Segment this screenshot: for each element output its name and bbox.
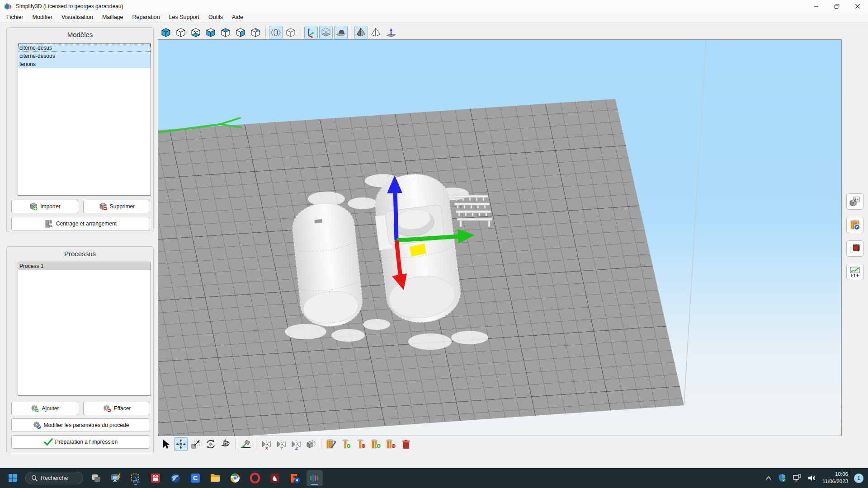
view-left-cube-icon [205,27,216,38]
remove-model-button[interactable]: Supprimer [83,200,150,213]
edit-process-settings-button[interactable]: Modifier les paramètres du procédé [11,418,150,432]
move-tool-icon [175,439,186,450]
axes-toggle-button[interactable] [304,26,318,39]
scale-tool-button[interactable] [189,437,203,451]
generate-supports-button[interactable] [325,437,338,451]
model-properties-button[interactable] [846,193,863,210]
toolbar-separator [256,438,256,450]
add-support-group-button[interactable] [369,437,383,451]
mirror-x-button[interactable]: X [259,437,273,451]
build-volume-toggle-button[interactable] [319,26,333,39]
z-arrow-plate-button[interactable] [384,26,398,39]
taskbar-search[interactable]: Recherche [25,472,83,484]
delete-all-supports-button[interactable] [399,437,413,451]
lay-flat-button[interactable] [239,437,253,451]
solid-render-button[interactable] [354,26,368,39]
menu-aide[interactable]: Aide [227,13,248,22]
minimize-button[interactable] [806,0,826,12]
taskbar-app-snipping[interactable] [127,470,144,486]
import-button[interactable]: Importer [11,200,78,213]
tuning-graph-button[interactable] [846,264,863,280]
remove-support-group-button[interactable] [384,437,398,451]
rotate-tool-button[interactable] [204,437,217,451]
view-bottom-cube-button[interactable] [189,26,203,39]
taskbar-app-freecad[interactable] [287,470,303,486]
models-list[interactable]: citerne-desus citerne-desous tenons [18,43,151,196]
process-list-item[interactable]: Process 1 [18,262,151,270]
bed-model-icon [335,27,346,38]
speaker-icon[interactable] [807,474,816,483]
menu-fichier[interactable]: Fichier [2,13,28,22]
menu-reparation[interactable]: Réparation [128,13,165,22]
free-rotate-icon [220,439,231,450]
menu-visualisation[interactable]: Visualisation [57,13,98,22]
remove-button-label: Supprimer [110,203,135,210]
model-list-item[interactable]: citerne-desous [18,52,151,60]
taskbar-app-explorer[interactable] [207,470,223,486]
svg-text:X: X [265,446,268,450]
start-button[interactable] [5,470,21,486]
taskbar-app-opera[interactable] [247,470,263,486]
edit-supports-button[interactable] [846,217,863,233]
menu-modifier[interactable]: Modifier [28,13,57,22]
security-shield-icon[interactable] [778,474,787,483]
viewport-3d[interactable] [158,39,842,436]
prepare-print-button[interactable]: Préparation à l'impression [11,435,150,449]
taskbar-app-pc-install[interactable] [108,470,124,486]
mirror-z-button[interactable]: Z [289,437,303,451]
model-list-item[interactable]: citerne-desus [18,44,151,52]
taskbar-app-c[interactable]: C [187,470,203,486]
view-back-cube-button[interactable] [249,26,262,39]
gear-edit-icon [33,421,42,430]
taskbar-app-simplify3d[interactable] [307,470,323,486]
view-bottom-cube-icon [190,27,201,38]
tray-chevron-icon[interactable] [765,476,772,480]
taskbar-app-stack-windows[interactable] [88,470,104,486]
view-default-cube-button[interactable] [159,26,173,39]
view-toolbar [159,25,398,40]
menu-outils[interactable]: Outils [204,13,227,22]
model-citerne-desous[interactable] [290,201,365,329]
checkmark-icon [44,437,53,446]
view-left-cube-button[interactable] [204,26,217,39]
taskbar-app-video-downloader[interactable] [147,470,164,486]
opera-icon [250,473,260,483]
menu-maillage[interactable]: Maillage [98,13,128,22]
view-top-cube-button[interactable] [219,26,232,39]
add-support-button[interactable] [340,437,353,451]
wireframe-toggle-button[interactable] [284,26,297,39]
cross-section-tool-button[interactable] [846,240,863,257]
cross-section-icon [270,27,281,38]
notification-count-badge[interactable]: 1 [854,474,863,483]
duplicate-model-button[interactable] [304,437,318,451]
build-volume-icon [321,27,331,38]
taskbar-app-chrome[interactable] [227,470,243,486]
menu-les-support[interactable]: Les Support [165,13,204,22]
remove-support-button[interactable] [354,437,368,451]
cube-minus-icon [99,202,108,211]
restore-button[interactable] [826,0,847,12]
taskbar-clock[interactable]: 10:06 11/06/2023 [822,471,848,485]
toolbar-separator [265,27,266,38]
network-display-icon[interactable] [793,474,802,483]
taskbar-app-thunderbird[interactable] [167,470,184,486]
toolbar-separator [301,27,301,38]
view-right-cube-button[interactable] [234,26,247,39]
add-process-button[interactable]: Ajouter [11,402,78,415]
center-arrange-button[interactable]: Centrage et arrangement [11,217,150,230]
close-button[interactable] [847,0,868,12]
free-rotate-button[interactable] [219,437,232,451]
clear-process-button[interactable]: Effacer [83,402,150,415]
cross-section-button[interactable] [269,26,283,39]
model-list-item[interactable]: tenons [18,60,151,68]
move-tool-button[interactable] [174,437,188,451]
model-tenons[interactable] [453,195,492,227]
view-front-cube-button[interactable] [174,26,188,39]
select-cursor-button[interactable] [159,437,173,451]
3d-scene[interactable] [158,40,842,436]
outline-render-button[interactable] [369,26,383,39]
mirror-y-button[interactable]: Y [274,437,288,451]
processes-list[interactable]: Process 1 [18,262,151,396]
bed-model-toggle-button[interactable] [334,26,348,39]
taskbar-app-knight[interactable]: ♞ [267,470,283,486]
